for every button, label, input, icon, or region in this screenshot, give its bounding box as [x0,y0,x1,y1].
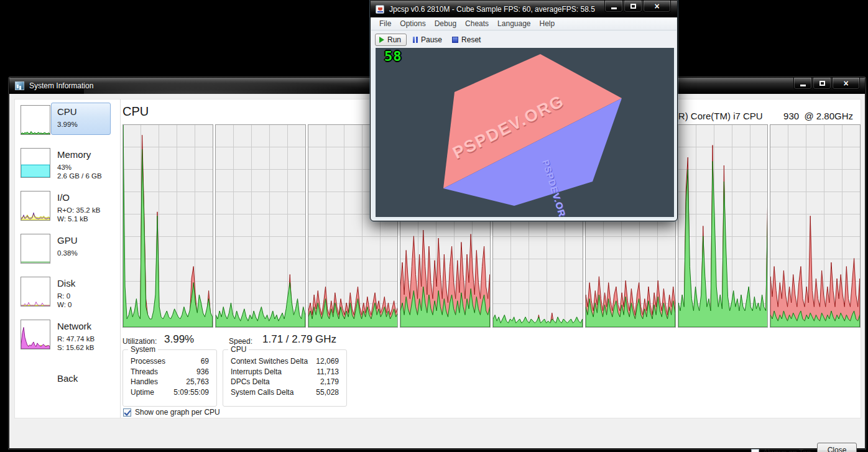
sidebar-item-gpu[interactable]: GPU 0.38% [15,234,120,272]
cpu-clock: 930 @ 2.80GHz [783,111,853,121]
table-row: Context Switches Delta12,069 [231,356,339,367]
jpcsp-toolbar: Run Pause Reset [371,31,676,48]
disk-thumbnail-graph [21,277,50,307]
memory-thumbnail-graph [21,148,50,178]
sidebar-label-network: Network [57,321,91,331]
checkbox-unchecked-icon[interactable] [751,449,759,452]
system-groupbox: System Processes69 Threads936 Handles25,… [122,349,217,407]
close-icon: × [843,79,848,88]
sysinfo-window-title: System Information [29,81,93,90]
java-icon [376,5,384,14]
io-write: W: 5.1 kB [57,214,88,223]
menu-help[interactable]: Help [535,19,560,28]
table-row: Threads936 [131,367,209,377]
maximize-icon [820,81,825,86]
cpu-percent: 3.99% [57,120,78,129]
table-row: System Calls Delta55,028 [231,387,339,398]
pause-button[interactable]: Pause [409,35,446,44]
sidebar-item-disk[interactable]: Disk R: 0 W: 0 [15,277,120,315]
maximize-icon [630,4,636,9]
sidebar-label-disk: Disk [57,278,75,288]
network-send: S: 15.62 kB [57,343,94,352]
system-information-icon [15,81,24,90]
menu-debug[interactable]: Debug [430,19,461,28]
sidebar-label-cpu: CPU [57,106,77,117]
jpcsp-window: Jpcsp v0.6 2810M - Cube Sample FPS: 60, … [370,0,678,221]
utilization-value: 3.99% [164,333,194,346]
jpcsp-minimize-button[interactable] [604,1,623,12]
cpu-groupbox-title: CPU [228,345,249,354]
always-on-top-checkbox[interactable]: Always on Top [751,448,811,452]
run-button[interactable]: Run [375,34,407,46]
cpu-model: (R) Core(TM) i7 CPU [675,111,763,121]
sidebar-label-memory: Memory [57,149,91,160]
cube-render: PSPDEV.ORG PSPDEV.ORG PSPDEV.ORG PSPDEV.… [376,48,674,217]
menu-options[interactable]: Options [395,19,430,28]
table-row: Uptime5:09:55:09 [131,387,209,398]
menu-file[interactable]: File [375,19,395,28]
sidebar-item-cpu[interactable]: CPU 3.99% [15,105,120,144]
maximize-button[interactable] [813,78,831,90]
minimize-icon [800,85,806,86]
io-thumbnail-graph [21,191,50,221]
memory-percent: 43% [57,163,72,172]
checkbox-checked-icon[interactable] [123,408,131,417]
table-row: Handles25,763 [131,377,209,387]
cpu-core-graph-8 [770,124,861,328]
cpu-name-line: (R) Core(TM) i7 CPU 930 @ 2.80GHz [675,111,853,121]
table-row: DPCs Delta2,179 [231,377,339,387]
sidebar-item-network[interactable]: Network R: 47.74 kB S: 15.62 kB [15,320,120,358]
gpu-percent: 0.38% [57,249,78,257]
jpcsp-menubar: File Options Debug Cheats Language Help [371,17,676,30]
utilization-label: Utilization: [122,337,157,346]
speed-label: Speed: [229,337,252,346]
close-button[interactable]: Close [817,443,857,452]
minimize-button[interactable] [793,78,812,90]
cpu-core-graph-1 [122,124,213,328]
sidebar-divider [120,99,121,418]
jpcsp-close-button[interactable]: × [643,1,671,12]
sidebar-label-io: I/O [57,192,70,203]
cpu-core-graph-2 [215,124,306,328]
jpcsp-window-title: Jpcsp v0.6 2810M - Cube Sample FPS: 60, … [389,5,595,14]
cpu-thumbnail-graph [21,105,50,135]
system-groupbox-title: System [128,345,158,354]
menu-cheats[interactable]: Cheats [461,19,493,28]
cpu-core-graph-7 [678,124,769,328]
table-row: Processes69 [131,356,209,367]
jpcsp-maximize-button[interactable] [624,1,642,12]
close-icon: × [654,2,659,11]
table-row: Interrupts Delta11,713 [231,367,339,377]
sidebar-label-gpu: GPU [57,235,78,246]
disk-read: R: 0 [57,292,70,300]
show-one-graph-per-cpu-checkbox[interactable]: Show one graph per CPU [123,408,220,417]
network-thumbnail-graph [21,320,50,349]
pause-icon [413,37,415,43]
page-title: CPU [122,104,149,119]
network-receive: R: 47.74 kB [57,334,95,343]
menu-language[interactable]: Language [493,19,535,28]
cpu-groupbox: CPU Context Switches Delta12,069 Interru… [223,349,347,407]
speed-value: 1.71 / 2.79 GHz [262,333,336,346]
gpu-thumbnail-graph [21,234,50,264]
close-window-button[interactable]: × [832,78,860,90]
sidebar-item-io[interactable]: I/O R+O: 35.2 kB W: 5.1 kB [15,191,120,229]
play-icon [379,37,384,43]
emulator-display: PSPDEV.ORG PSPDEV.ORG PSPDEV.ORG PSPDEV.… [376,48,674,217]
minimize-icon [611,7,617,9]
checkbox-label: Show one graph per CPU [135,408,220,417]
fps-counter: 58 [384,48,402,64]
memory-usage: 2.6 GB / 6 GB [57,172,102,180]
sidebar-item-memory[interactable]: Memory 43% 2.6 GB / 6 GB [15,148,120,187]
back-link[interactable]: Back [57,373,78,384]
always-on-top-label: Always on Top [763,448,811,452]
reset-button[interactable]: Reset [448,35,484,44]
io-read-other: R+O: 35.2 kB [57,206,100,214]
disk-write: W: 0 [57,300,72,309]
reset-icon [452,37,458,43]
